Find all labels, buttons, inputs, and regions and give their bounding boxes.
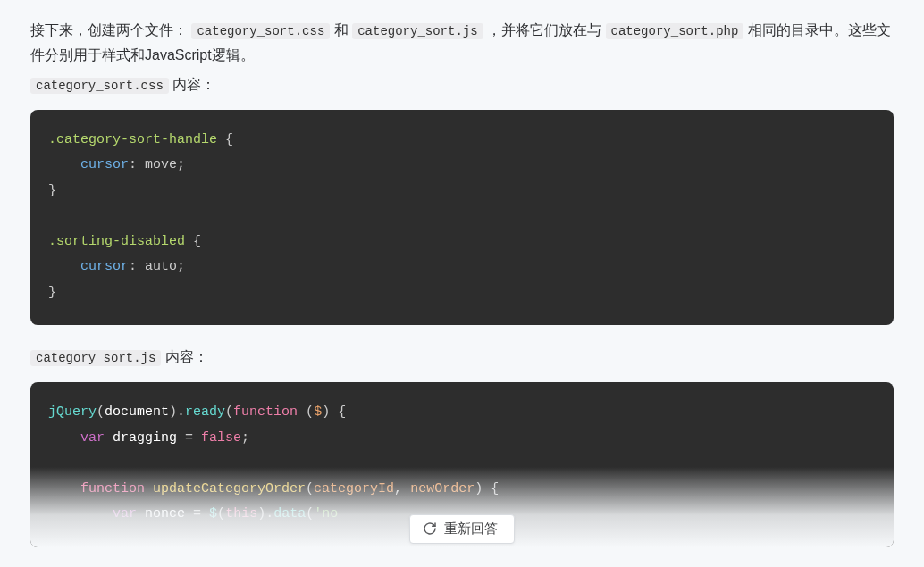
intro-text-2: 和 [334,22,352,38]
js-ready: ready [185,404,225,420]
inline-code-js-file-2: category_sort.js [30,350,161,366]
js-dollar-param: $ [314,404,322,420]
inline-code-css-file: category_sort.css [191,23,330,39]
js-param-categoryid: categoryId [314,481,394,496]
css-brace-close-2: } [48,285,56,300]
intro-paragraph: 接下来，创建两个文件： category_sort.css 和 category… [30,18,894,67]
css-brace: { [217,132,233,147]
css-semicolon-2: ; [177,259,185,274]
js-dollar: $ [209,506,217,521]
css-selector-1: .category-sort-handle [48,132,217,147]
js-this: this [225,506,257,521]
css-brace-close-1: } [48,183,56,198]
inline-code-js-file: category_sort.js [352,23,483,39]
css-semicolon: ; [177,157,185,172]
css-code-block[interactable]: .category-sort-handle { cursor: move; } … [30,110,894,326]
js-heading-suffix: 内容： [161,349,207,364]
js-data: data [273,506,306,521]
js-code-wrapper: jQuery(document).ready(function ($) { va… [30,382,894,547]
css-value-move: move [145,157,177,172]
intro-text-1: 接下来，创建两个文件： [30,22,188,38]
css-selector-2: .sorting-disabled [48,234,185,249]
js-nonce: nonce [145,506,185,521]
css-colon: : [129,157,145,172]
js-function-kw-2: function [80,481,145,496]
js-false: false [201,430,241,446]
css-property-cursor-1: cursor [80,157,129,172]
css-brace-2: { [185,234,201,249]
intro-text-3: ，并将它们放在与 [487,22,605,38]
refresh-icon [423,521,437,536]
css-colon-2: : [129,259,145,274]
js-document: document [105,404,169,420]
inline-code-php-file: category_sort.php [606,23,744,39]
js-var-kw-2: var [113,506,137,521]
js-fn-updatecategoryorder: updateCategoryOrder [153,481,306,496]
css-property-cursor-2: cursor [80,259,129,274]
js-var-kw-1: var [80,430,105,446]
regenerate-button[interactable]: 重新回答 [409,514,515,544]
css-heading-suffix: 内容： [169,77,215,92]
js-function-kw: function [233,404,298,420]
regenerate-label: 重新回答 [444,521,498,538]
js-string-partial: 'no [314,506,338,521]
js-file-heading: category_sort.js 内容： [30,345,894,370]
css-file-heading: category_sort.css 内容： [30,72,894,97]
js-dragging: dragging [113,430,177,446]
css-value-auto: auto [145,259,177,274]
inline-code-css-file-2: category_sort.css [30,78,169,94]
js-param-neworder: newOrder [410,481,475,496]
js-jquery: jQuery [48,404,97,420]
article-body: 接下来，创建两个文件： category_sort.css 和 category… [0,0,924,567]
